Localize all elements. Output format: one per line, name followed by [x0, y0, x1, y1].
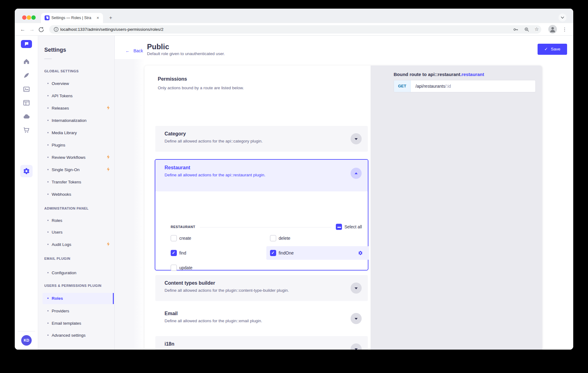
new-tab-button[interactable]: +	[107, 14, 114, 22]
accordion-category[interactable]: Category Define all allowed actions for …	[155, 126, 368, 152]
page-title: Public	[147, 42, 169, 51]
browser-menu-icon[interactable]: ⋮	[562, 25, 567, 34]
accordion-i18n[interactable]: i18n Define all allowed actions for the …	[155, 336, 368, 350]
strapi-favicon	[45, 15, 50, 20]
subnav-item-api-tokens[interactable]: API Tokens	[44, 93, 110, 99]
strapi-logo[interactable]	[21, 40, 32, 48]
bolt-icon	[106, 105, 110, 110]
subnav-item-providers[interactable]: Providers	[44, 308, 110, 314]
chevron-down-icon	[355, 318, 358, 320]
route-input[interactable]: GET /api/restaurants/:id	[394, 80, 536, 92]
subnav-item-advanced-settings[interactable]: Advanced settings	[44, 332, 110, 339]
subnav-item-overview[interactable]: Overview	[44, 81, 110, 87]
tab-search-chevron-icon[interactable]	[558, 14, 566, 22]
expand-chevron-button[interactable]	[351, 313, 362, 324]
main-nav-rail: KD	[15, 36, 38, 350]
subnav-item-releases[interactable]: Releases	[44, 105, 110, 111]
permissions-subheading: Only actions bound by a route are listed…	[158, 86, 244, 90]
forward-nav-icon[interactable]: →	[28, 25, 36, 34]
checkbox-create[interactable]	[171, 235, 177, 241]
page-header: ← Back Public Default role given to unau…	[115, 36, 573, 59]
url-text: localhost:1337/admin/settings/users-perm…	[60, 27, 163, 32]
subnav-item-configuration[interactable]: Configuration	[44, 270, 110, 276]
back-link[interactable]: ← Back	[125, 48, 143, 54]
checkbox-update-label: update	[179, 265, 193, 271]
traffic-zoom-button[interactable]	[31, 15, 36, 20]
zoom-magnifier-icon[interactable]	[524, 27, 529, 32]
back-label: Back	[133, 48, 143, 53]
accordion-content-types-builder[interactable]: Content types builder Define all allowed…	[155, 275, 368, 301]
expand-chevron-button[interactable]	[351, 343, 362, 350]
subnav-item-up-roles[interactable]: Roles	[44, 295, 110, 302]
content-manager-feather-icon[interactable]	[23, 72, 30, 79]
subnav-item-email-templates[interactable]: Email templates	[44, 320, 110, 327]
page-subtitle: Default role given to unauthenticated us…	[147, 51, 225, 56]
app-content: KD Settings GLOBAL SETTINGS Overview API…	[15, 36, 573, 350]
accordion-desc: Define all allowed actions for the api::…	[165, 173, 265, 177]
home-icon[interactable]	[23, 58, 30, 65]
bound-route-controller-link[interactable]: .restaurant	[460, 72, 484, 77]
url-bar[interactable]: localhost:1337/admin/settings/users-perm…	[49, 25, 541, 34]
subnav-item-transfer-tokens[interactable]: Transfer Tokens	[44, 179, 110, 185]
subnav-item-users[interactable]: Users	[44, 229, 110, 235]
settings-gear-icon[interactable]	[23, 167, 30, 175]
checkbox-create-label: create	[179, 235, 191, 241]
accordion-email[interactable]: Email Define all allowed actions for the…	[155, 306, 368, 331]
user-avatar[interactable]: KD	[21, 335, 32, 346]
subnav-item-webhooks[interactable]: Webhooks	[44, 191, 110, 198]
http-method-badge: GET	[394, 80, 411, 92]
traffic-minimize-button[interactable]	[27, 15, 31, 20]
main-pane: ← Back Public Default role given to unau…	[115, 36, 573, 350]
section-label-admin-panel: ADMINISTRATION PANEL	[44, 207, 89, 210]
subnav-item-media-library[interactable]: Media Library	[44, 130, 110, 136]
subnav-item-audit-logs[interactable]: Audit Logs	[44, 242, 110, 248]
marketplace-cart-icon[interactable]	[23, 126, 30, 134]
group-divider	[200, 227, 332, 227]
accordion-restaurant-header[interactable]: Restaurant Define all allowed actions fo…	[155, 160, 368, 191]
back-nav-icon[interactable]: ←	[18, 25, 27, 34]
site-info-icon[interactable]	[54, 27, 59, 32]
content-type-builder-icon[interactable]	[23, 99, 30, 106]
expand-chevron-button[interactable]	[351, 283, 362, 294]
expand-chevron-button[interactable]	[351, 133, 362, 144]
accordion-desc: Define all allowed actions for the plugi…	[165, 349, 260, 350]
check-icon: ✓	[544, 47, 548, 51]
findone-settings-gear-icon[interactable]	[358, 251, 363, 255]
tab-title: Settings — Roles | Strapi	[51, 16, 91, 20]
browser-tab[interactable]: Settings — Roles | Strapi ×	[41, 13, 103, 23]
browser-window: Settings — Roles | Strapi × + ← → localh…	[15, 9, 573, 350]
checkbox-update[interactable]	[171, 265, 177, 271]
reload-icon[interactable]	[37, 25, 46, 34]
cloud-icon[interactable]	[23, 113, 30, 120]
media-library-icon[interactable]	[23, 86, 30, 93]
checkbox-find[interactable]	[171, 250, 177, 256]
accordion-title: Restaurant	[165, 165, 190, 170]
back-arrow-icon: ←	[125, 48, 130, 53]
chevron-down-icon	[355, 138, 358, 140]
accordion-title: Content types builder	[165, 280, 215, 286]
bolt-icon	[106, 242, 110, 246]
tab-close-icon[interactable]: ×	[95, 15, 101, 21]
checkbox-find-label: find	[179, 250, 186, 256]
bound-route-heading: Bound route to api::restaurant.restauran…	[394, 72, 484, 77]
save-button[interactable]: ✓ Save	[538, 44, 567, 55]
bookmark-star-icon[interactable]: ☆	[534, 26, 540, 31]
accordion-desc: Define all allowed actions for the api::…	[165, 139, 263, 143]
password-key-icon[interactable]	[513, 27, 518, 32]
traffic-close-button[interactable]	[22, 15, 26, 20]
restaurant-group-label: RESTAURANT	[171, 225, 195, 229]
subnav-item-single-sign-on[interactable]: Single Sign-On	[44, 167, 110, 173]
browser-profile-avatar[interactable]	[548, 25, 557, 34]
subnav-item-admin-roles[interactable]: Roles	[44, 218, 110, 224]
checkbox-delete[interactable]	[270, 235, 276, 241]
subnav-item-review-workflows[interactable]: Review Workflows	[44, 154, 110, 161]
section-label-users-permissions: USERS & PERMISSIONS PLUGIN	[44, 284, 101, 287]
checkbox-delete-label: delete	[279, 235, 290, 241]
browser-toolbar: ← → localhost:1337/admin/settings/users-…	[15, 23, 573, 36]
checkbox-findone[interactable]	[270, 250, 276, 256]
collapse-chevron-button[interactable]	[351, 168, 362, 179]
subnav-item-internationalization[interactable]: Internationalization	[44, 118, 110, 124]
select-all-checkbox[interactable]	[336, 224, 342, 230]
accordion-title: Email	[165, 311, 178, 316]
subnav-item-plugins[interactable]: Plugins	[44, 142, 110, 148]
